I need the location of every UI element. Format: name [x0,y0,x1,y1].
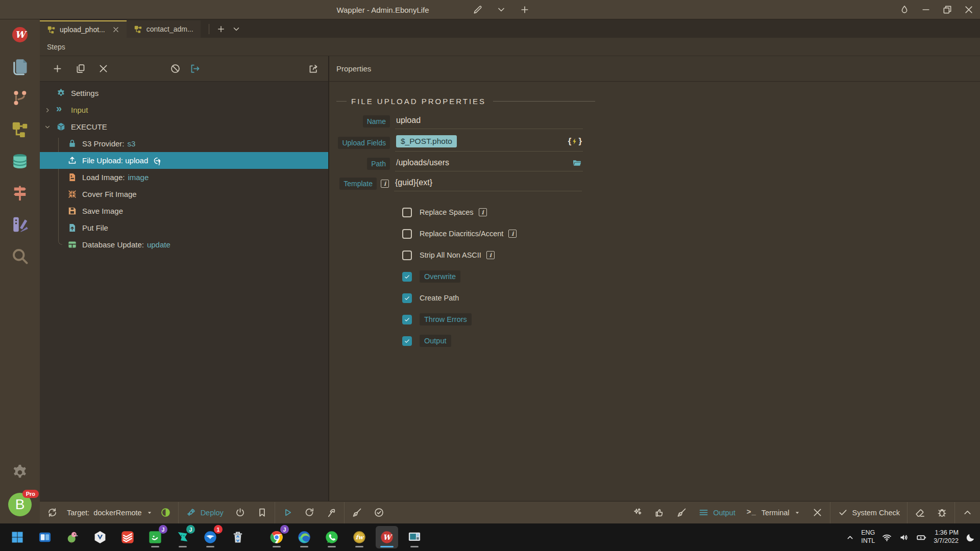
taskbar-task-view[interactable] [34,526,56,548]
refresh-target-icon[interactable] [47,507,58,518]
bookmark-icon[interactable] [257,507,267,518]
breadcrumb-steps[interactable]: Steps [47,43,65,51]
checkbox-row-overwrite[interactable]: Overwrite [402,266,980,287]
battery-icon[interactable] [916,532,927,543]
magic-sparkles-icon[interactable] [632,507,643,518]
output-toggle[interactable]: Output [698,507,736,518]
settings-gear-icon[interactable] [9,461,31,484]
collapse-panel-chevron-up-icon[interactable] [962,507,973,518]
run-button[interactable] [282,507,293,518]
folder-picker-icon[interactable] [572,158,582,167]
name-input[interactable]: upload [395,114,583,129]
taskbar-parrot-app[interactable] [61,526,84,548]
taskbar-teal-app[interactable]: J [172,526,194,548]
checkbox-unchecked[interactable] [402,208,412,217]
info-icon[interactable]: i [381,180,389,188]
info-icon[interactable]: i [479,208,487,216]
chevron-down-icon[interactable] [44,122,56,132]
checkbox-checked[interactable] [402,272,412,282]
workflows-icon[interactable] [9,118,31,141]
system-check-button[interactable]: System Check [838,507,900,518]
taskbar-todoist[interactable] [116,526,139,548]
add-step-button[interactable] [52,63,63,74]
taskbar-start[interactable] [6,526,29,548]
taskbar-chrome[interactable]: J [265,526,288,548]
info-icon[interactable]: i [486,251,495,259]
new-project-icon[interactable] [520,5,530,15]
info-icon[interactable]: i [508,230,517,238]
taskbar-wappler[interactable]: W [376,526,398,548]
data-binding-icon[interactable]: {} [568,136,582,146]
build-axe-icon[interactable] [326,507,337,518]
upload-fields-input[interactable]: $_POST.photo{} [395,134,583,152]
restore-button[interactable] [942,5,952,15]
tree-item-load-image[interactable]: Load Image:image [40,169,328,186]
extract-step-button[interactable] [190,63,201,74]
taskbar-whatsapp[interactable] [321,526,343,548]
language-indicator[interactable]: ENG INTL [861,529,875,545]
deploy-button[interactable]: Deploy [186,507,224,518]
git-icon[interactable] [9,87,31,109]
target-selector[interactable]: Target: dockerRemote [67,509,153,517]
power-icon[interactable] [235,507,246,518]
checkbox-row-throw-errors[interactable]: Throw Errors [402,309,980,330]
reload-icon[interactable] [304,507,315,518]
tray-chevron-up-icon[interactable] [846,533,854,542]
edit-project-icon[interactable] [473,5,483,15]
checkbox-unchecked[interactable] [402,251,412,260]
validate-check-circle-icon[interactable] [374,507,384,518]
chevron-right-icon[interactable] [44,106,56,115]
disable-step-button[interactable] [170,63,181,74]
styles-icon[interactable] [9,213,31,236]
taskbar-thunderbird[interactable]: 1 [199,526,222,548]
copy-step-button[interactable] [75,63,86,74]
tab-close-icon[interactable] [112,26,119,33]
template-input[interactable]: {guid}{ext} [394,176,582,191]
close-button[interactable] [964,5,974,15]
volume-icon[interactable] [899,532,910,543]
checkbox-row-output[interactable]: Output [402,330,980,352]
taskbar-recycle-bin[interactable] [227,526,249,548]
theme-droplet-icon[interactable] [899,5,910,15]
taskbar-veracrypt[interactable] [89,526,111,548]
tree-item-input[interactable]: »Input [40,102,328,118]
find-icon[interactable] [9,245,31,267]
tree-item-put-file[interactable]: Put File [40,219,328,236]
checkbox-checked[interactable] [402,293,412,303]
taskbar-green-messenger-app[interactable]: J [144,526,166,548]
tree-item-execute[interactable]: EXECUTE [40,118,328,135]
taskbar-virtual-machine[interactable] [403,526,426,548]
tree-item-file-upload-upload[interactable]: File Upload: upload [40,152,328,169]
tree-item-cover-fit-image[interactable]: Cover Fit Image [40,186,328,203]
wifi-icon[interactable] [881,532,892,543]
clean-broom-icon[interactable] [352,507,362,518]
routes-icon[interactable] [9,182,31,204]
database-icon[interactable] [9,150,31,172]
pages-icon[interactable] [9,55,31,78]
bug-debug-icon[interactable] [937,507,947,518]
checkbox-row-create-path[interactable]: Create Path [402,287,980,309]
eraser-icon[interactable] [915,507,925,518]
cleanup-broom-icon[interactable] [676,507,687,518]
open-in-editor-icon[interactable] [308,63,319,74]
focus-assist-moon-icon[interactable] [965,532,976,543]
user-avatar[interactable]: B Pro [8,493,32,516]
tree-item-s3-provider[interactable]: S3 Provider:s3 [40,135,328,152]
contrast-toggle-icon[interactable] [160,507,171,518]
taskbar-edge[interactable] [293,526,315,548]
taskbar-gold-app[interactable]: fw [348,526,371,548]
tree-item-database-update[interactable]: Database Update:update [40,236,328,253]
thumbs-up-icon[interactable] [654,507,665,518]
delete-step-button[interactable] [98,63,109,74]
terminal-selector[interactable]: >_ Terminal [747,507,801,518]
checkbox-row-replace-diacritics-accent[interactable]: Replace Diacritics/Accenti [402,223,980,244]
tree-item-settings[interactable]: Settings [40,85,328,102]
wappler-logo-icon[interactable]: W [9,23,31,46]
tab-upload-photo[interactable]: upload_phot... [40,20,127,38]
minimize-button[interactable] [921,5,931,15]
checkbox-checked[interactable] [402,336,412,346]
new-tab-button[interactable] [216,24,226,34]
tab-contact-admin[interactable]: contact_adm... [127,20,201,38]
checkbox-unchecked[interactable] [402,229,412,239]
checkbox-row-replace-spaces[interactable]: Replace Spacesi [402,202,980,223]
